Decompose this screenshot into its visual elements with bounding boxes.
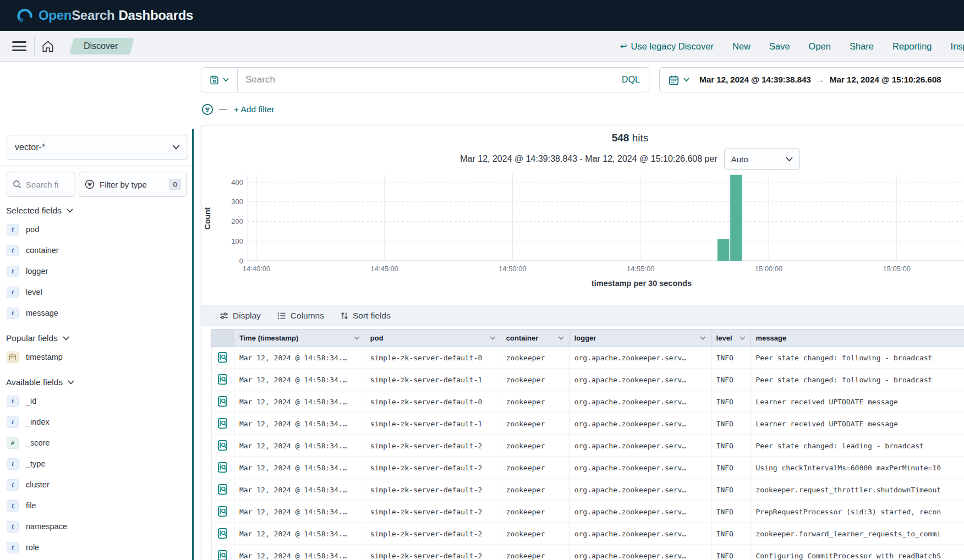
cell-time: Mar 12, 2024 @ 14:58:34.… [234,435,365,457]
field-name: pod [26,225,39,234]
saved-queries-button[interactable] [201,68,238,92]
field-item-pod[interactable]: tpod [0,219,187,240]
main-content: DQL Mar 12, 2024 @ 14:39:38.843 → Mar 12… [201,62,964,560]
nav-reporting-button[interactable]: Reporting [892,41,932,52]
field-name: timestamp [26,353,63,361]
field-name: _id [26,397,36,405]
field-sections: Selected fieldstpodtcontainertloggertlev… [0,202,187,560]
section-heading-selected-fields[interactable]: Selected fields [0,202,187,219]
cell-time: Mar 12, 2024 @ 14:58:34.… [234,545,365,560]
chevron-down-icon [172,145,180,150]
field-item-score[interactable]: #_score [0,432,187,453]
text-field-icon: t [7,266,19,277]
top-toolbar: Discover ↩Use legacy DiscoverNewSaveOpen… [0,31,964,62]
field-item-message[interactable]: tmessage [0,303,187,323]
index-pattern-value: vector-* [15,142,172,152]
field-item-container[interactable]: tcontainer [0,240,187,261]
date-range-arrow-icon: → [817,75,824,84]
expand-document-icon[interactable] [217,374,228,385]
field-search-input[interactable] [26,180,70,189]
field-item-cluster[interactable]: tcluster [0,474,187,495]
hits-histogram: 010020030040014:40:0014:45:0014:50:0014:… [201,172,964,290]
cell-container: zookeeper [501,435,569,457]
column-header-container[interactable]: container [501,330,569,347]
cell-logger: org.apache.zookeeper.serv… [569,501,711,523]
cell-container: zookeeper [501,347,569,369]
start-date[interactable]: Mar 12, 2024 @ 14:39:38.843 [699,75,811,85]
table-row: Mar 12, 2024 @ 14:58:34.…simple-zk-serve… [212,479,964,501]
column-header-level[interactable]: level [711,330,751,347]
index-pattern-select[interactable]: vector-* [7,135,188,160]
top-nav-menu: ↩Use legacy DiscoverNewSaveOpenShareRepo… [620,31,964,62]
cell-logger: org.apache.zookeeper.serv… [569,369,711,391]
filter-dash [219,109,227,110]
interval-select[interactable]: Auto [724,148,800,170]
end-date[interactable]: Mar 12, 2024 @ 15:10:26.608 [830,75,941,85]
field-name: file [26,501,36,510]
field-item-namespace[interactable]: tnamespace [0,516,187,537]
column-header-pod[interactable]: pod [365,330,501,347]
toolbar-divider [63,36,63,56]
breadcrumb[interactable]: Discover [72,38,132,54]
query-language-button[interactable]: DQL [613,75,649,85]
histogram-bar[interactable] [717,239,730,261]
expand-document-icon[interactable] [217,352,228,363]
cell-container: zookeeper [501,501,569,523]
expand-document-icon[interactable] [217,528,228,539]
cell-logger: org.apache.zookeeper.serv… [569,545,711,560]
nav-new-button[interactable]: New [732,41,751,52]
field-name: container [26,246,59,255]
section-heading-available-fields[interactable]: Available fields [0,374,187,391]
expand-column-header [212,330,234,347]
field-item-level[interactable]: tlevel [0,282,187,303]
add-filter-button[interactable]: + Add filter [234,105,275,114]
cell-time: Mar 12, 2024 @ 14:58:34.… [234,413,365,435]
nav-inspect-button[interactable]: Inspect [951,41,964,52]
column-header-message[interactable]: message [751,330,964,347]
display-button[interactable]: Display [220,311,261,321]
columns-button[interactable]: Columns [277,311,324,321]
field-item-file[interactable]: tfile [0,495,187,516]
column-header-logger[interactable]: logger [569,330,711,347]
cell-message: Peer state changed: following - broadcas… [751,347,964,369]
time-range-label: Mar 12, 2024 @ 14:39:38.843 - Mar 12, 20… [460,154,717,164]
filter-by-type-button[interactable]: Filter by type 0 [79,172,187,197]
field-item-role[interactable]: trole [0,537,187,558]
date-picker-menu[interactable] [669,75,689,85]
menu-icon[interactable] [12,41,26,51]
search-input[interactable] [238,74,613,85]
cell-container: zookeeper [501,523,569,545]
field-item-logger[interactable]: tlogger [0,261,187,282]
section-heading-popular-fields[interactable]: Popular fields [0,330,187,347]
nav-save-button[interactable]: Save [769,41,790,52]
sidebar-resize-handle[interactable] [192,129,194,560]
sort-fields-button[interactable]: Sort fields [341,311,391,321]
histogram-bar[interactable] [730,175,742,261]
expand-document-icon[interactable] [217,550,228,560]
expand-document-icon[interactable] [217,484,228,495]
expand-document-icon[interactable] [217,506,228,517]
field-search[interactable] [7,172,75,197]
column-header-time-timestamp[interactable]: Time (timestamp) [234,330,365,347]
nav-use-legacy-discover-button[interactable]: ↩Use legacy Discover [620,41,714,52]
expand-document-icon[interactable] [217,396,228,407]
cell-time: Mar 12, 2024 @ 14:58:34.… [234,479,365,501]
field-item-timestamp[interactable]: timestamp [0,347,187,367]
text-field-icon: t [7,500,19,512]
filter-menu-icon[interactable] [201,103,213,116]
cell-pod: simple-zk-server-default-1 [365,413,501,435]
nav-share-button[interactable]: Share [850,41,874,52]
text-field-icon: t [7,458,19,470]
expand-document-icon[interactable] [217,462,228,473]
column-label: container [506,334,539,342]
nav-open-button[interactable]: Open [809,41,831,52]
column-label: pod [370,334,384,342]
field-item-type[interactable]: t_type [0,453,187,474]
home-icon[interactable] [41,40,55,54]
expand-document-icon[interactable] [217,418,228,429]
field-item-id[interactable]: t_id [0,391,187,411]
svg-text:14:45:00: 14:45:00 [370,265,398,273]
field-item-index[interactable]: t_index [0,411,187,432]
cell-time: Mar 12, 2024 @ 14:58:34.… [234,347,365,369]
expand-document-icon[interactable] [217,440,228,451]
